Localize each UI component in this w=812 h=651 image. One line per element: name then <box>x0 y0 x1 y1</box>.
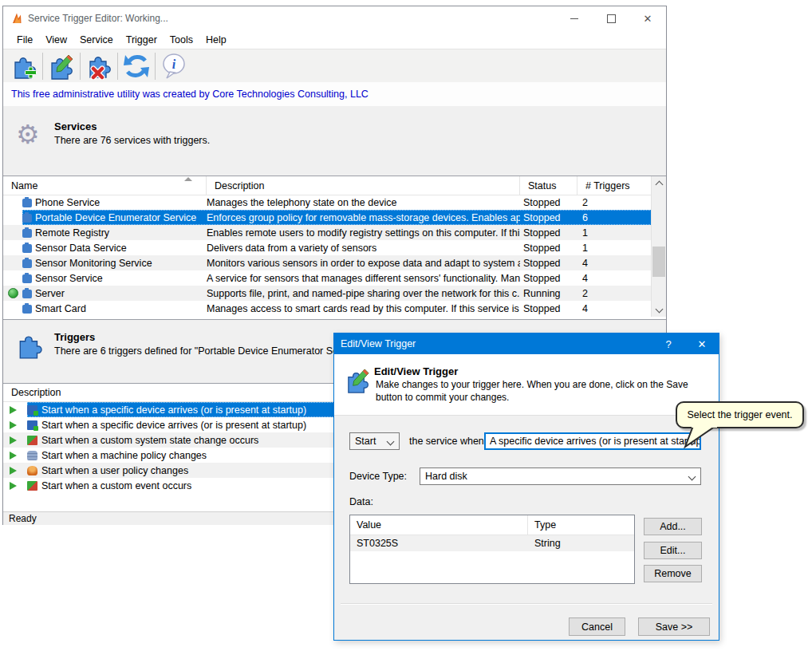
toolbar-separator <box>80 53 81 80</box>
start-action-icon <box>10 482 17 490</box>
menu-tools[interactable]: Tools <box>164 33 199 47</box>
service-description: Supports file, print, and named-pipe sha… <box>207 288 520 299</box>
minimize-icon <box>570 18 578 19</box>
edit-trigger-button[interactable] <box>45 52 77 81</box>
column-header-status[interactable]: Status <box>520 176 577 195</box>
add-trigger-icon <box>10 53 37 80</box>
refresh-icon <box>123 53 150 80</box>
table-row[interactable]: Server Supports file, print, and named-p… <box>3 286 652 301</box>
service-puzzle-icon <box>22 214 32 223</box>
sort-ascending-icon <box>184 177 192 181</box>
menu-trigger[interactable]: Trigger <box>120 33 164 47</box>
column-header-description[interactable]: Description <box>207 176 520 195</box>
action-select[interactable]: Start <box>349 432 400 450</box>
service-trigger-count: 2 <box>577 197 652 208</box>
services-scrollbar[interactable] <box>651 176 666 317</box>
table-row[interactable]: ST0325S String <box>350 535 634 551</box>
service-name: Portable Device Enumerator Service <box>35 212 196 223</box>
data-label: Data: <box>349 496 373 507</box>
service-status: Stopped <box>520 243 577 254</box>
app-icon <box>10 12 23 25</box>
dialog-header: Edit/View Trigger Make changes to your t… <box>334 354 719 416</box>
service-name: Phone Service <box>35 197 100 208</box>
table-row[interactable]: Sensor Service A service for sensors tha… <box>3 270 652 286</box>
service-name: Remote Registry <box>35 227 109 239</box>
dialog-help-button[interactable]: ? <box>652 333 685 354</box>
dialog-header-description: Make changes to your trigger here. When … <box>376 379 696 404</box>
remove-button[interactable]: Remove <box>644 565 702 582</box>
scroll-up-icon[interactable] <box>652 176 666 190</box>
services-panel-header: ⚙ Services There are 76 services with tr… <box>3 106 666 176</box>
menu-file[interactable]: File <box>10 33 39 47</box>
callout-tail <box>682 426 717 448</box>
menu-help[interactable]: Help <box>199 33 233 47</box>
table-row[interactable]: Smart Card Manages access to smart cards… <box>3 301 652 316</box>
trigger-type-icon <box>27 451 37 460</box>
about-button[interactable]: i <box>158 52 190 81</box>
service-status: Stopped <box>520 227 577 239</box>
service-description: Delivers data from a variety of sensors <box>207 243 520 254</box>
scrollbar-thumb[interactable] <box>652 247 665 277</box>
svg-text:i: i <box>172 57 176 71</box>
services-table-header: Name Description Status # Triggers <box>3 176 652 195</box>
column-header-name[interactable]: Name <box>3 176 207 195</box>
table-row[interactable]: Remote Registry Enables remote users to … <box>3 225 652 240</box>
chevron-down-icon <box>688 473 696 481</box>
service-puzzle-icon <box>22 305 32 314</box>
trigger-description: Start when a user policy changes <box>41 465 188 476</box>
column-header-value[interactable]: Value <box>350 515 528 535</box>
service-description: Monitors various sensors in order to exp… <box>207 258 520 269</box>
service-trigger-count: 4 <box>577 303 652 314</box>
close-button[interactable]: ✕ <box>629 6 666 30</box>
dialog-header-title: Edit/View Trigger <box>374 365 458 377</box>
table-row[interactable]: Portable Device Enumerator Service Enfor… <box>3 210 652 225</box>
table-row[interactable]: Sensor Data Service Delivers data from a… <box>3 240 652 255</box>
trigger-description: Start when a custom event occurs <box>41 480 191 491</box>
save-button[interactable]: Save >> <box>638 617 710 636</box>
service-name: Sensor Data Service <box>35 243 127 254</box>
service-trigger-count: 1 <box>577 243 652 254</box>
start-action-icon <box>10 406 17 414</box>
trigger-description: Start when a machine policy changes <box>41 450 207 461</box>
device-type-select[interactable]: Hard disk <box>420 468 701 485</box>
services-gear-icon: ⚙ <box>16 119 40 150</box>
trigger-description: Start when a specific device arrives (or… <box>41 404 306 416</box>
column-header-type[interactable]: Type <box>528 515 634 535</box>
info-icon: i <box>160 53 187 80</box>
service-status: Stopped <box>520 197 577 208</box>
edit-button[interactable]: Edit... <box>644 542 702 559</box>
cancel-button[interactable]: Cancel <box>569 617 625 636</box>
menu-view[interactable]: View <box>39 33 73 47</box>
services-table: Name Description Status # Triggers Phone… <box>3 176 666 317</box>
service-trigger-count: 6 <box>577 212 652 223</box>
refresh-button[interactable] <box>120 52 152 81</box>
trigger-type-icon <box>27 420 37 430</box>
screen: Service Trigger Editor: Working... ✕ Fil… <box>0 0 812 651</box>
status-text: Ready <box>9 513 37 524</box>
trigger-event-select[interactable]: A specific device arrives (or is present… <box>484 432 701 450</box>
start-action-icon <box>10 452 17 460</box>
service-description: Manages access to smart cards read by th… <box>207 303 520 314</box>
add-trigger-button[interactable] <box>8 52 40 81</box>
column-header-triggers[interactable]: # Triggers <box>577 176 652 195</box>
service-description: Manages the telephony state on the devic… <box>207 197 520 208</box>
chevron-down-icon <box>387 438 395 446</box>
delete-trigger-button[interactable] <box>83 52 115 81</box>
menu-service[interactable]: Service <box>73 33 120 47</box>
dialog-close-button[interactable]: ✕ <box>685 333 719 354</box>
maximize-button[interactable] <box>593 6 629 30</box>
edit-view-trigger-dialog: Edit/View Trigger ? ✕ Edit/View Trigger … <box>333 333 719 641</box>
services-subtitle: There are 76 services with triggers. <box>54 135 210 146</box>
scroll-down-icon[interactable] <box>652 303 666 317</box>
add-button[interactable]: Add... <box>644 518 702 535</box>
banner: This free administrative utility was cre… <box>3 82 666 107</box>
edit-trigger-icon <box>345 367 371 393</box>
minimize-button[interactable] <box>556 6 593 30</box>
banner-text: This free administrative utility was cre… <box>11 89 369 100</box>
running-indicator-icon <box>8 288 18 298</box>
table-row[interactable]: Phone Service Manages the telephony stat… <box>3 195 652 210</box>
table-row[interactable]: Sensor Monitoring Service Monitors vario… <box>3 255 652 270</box>
service-description: A service for sensors that manages diffe… <box>207 273 520 284</box>
service-when-label: the service when: <box>409 436 487 447</box>
edit-trigger-icon <box>48 53 75 80</box>
